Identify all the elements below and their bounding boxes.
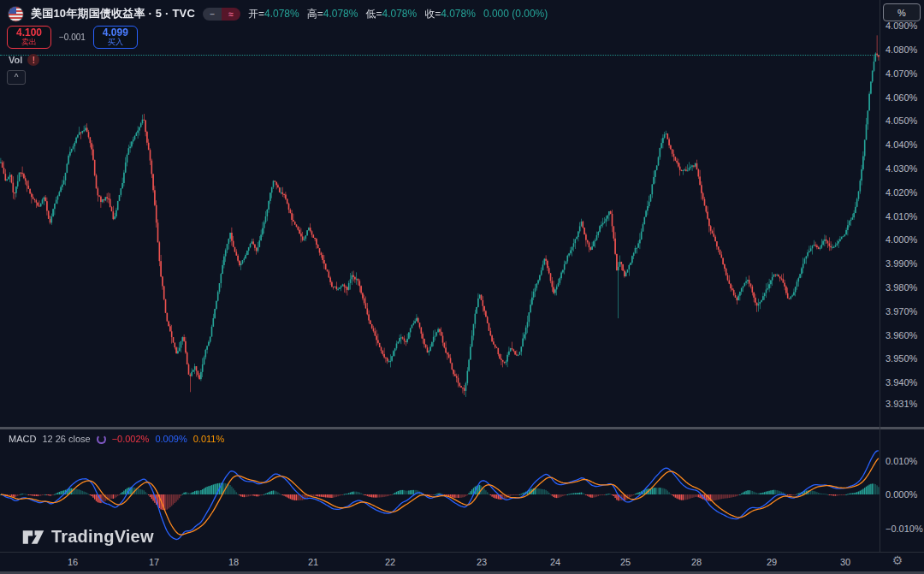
price-axis-label: 4.020% [886,187,917,198]
macd-signal-value: 0.011% [193,434,225,444]
time-axis-label: 17 [149,557,159,567]
price-axis-label: 4.050% [886,115,917,126]
tradingview-mark-icon [22,528,44,547]
high-label: 高 [307,8,317,20]
price-axis-label: 4.010% [886,211,917,222]
hide-indicator-toggle[interactable]: – [203,8,222,21]
buy-button[interactable]: 4.099 买入 [93,26,138,49]
volume-legend: Vol ! [9,54,39,66]
price-axis-label: 4.000% [886,234,917,245]
price-axis-label: 3.940% [886,377,917,388]
price-axis-label: 4.030% [886,163,917,174]
us-flag-icon [9,7,23,21]
price-axis-label: 4.040% [886,139,917,150]
collapse-legend-button[interactable]: ^ [7,70,26,85]
macd-params: 12 26 close [42,434,90,444]
sell-button[interactable]: 4.100 卖出 [7,26,51,49]
buy-label: 买入 [108,38,123,46]
macd-title: MACD [9,434,36,444]
macd-hist-value: −0.002% [112,434,150,444]
legend-toggle-pill: – ≈ [203,8,240,21]
price-axis[interactable]: 4.090%4.080%4.070%4.060%4.050%4.040%4.03… [880,0,924,552]
volume-warning-icon[interactable]: ! [27,54,39,66]
macd-line-value: 0.009% [155,434,187,444]
volume-label: Vol [9,55,22,65]
macd-legend: MACD 12 26 close −0.002% 0.009% 0.011% [9,434,224,444]
price-axis-label: 4.080% [886,44,917,55]
price-axis-label: 4.070% [886,68,917,79]
time-axis-label: 22 [385,557,395,567]
spread-value: −0.001 [59,33,86,42]
price-axis-label: 3.980% [886,282,917,293]
chart-legend: 美国10年期国债收益率 · 5 · TVC – ≈ 开=4.078% 高=4.0… [9,6,548,21]
ohlc-values: 开=4.078% 高=4.078% 低=4.078% 收=4.078% 0.00… [248,7,548,21]
time-axis-label: 28 [691,557,702,567]
price-axis-label: 3.950% [886,353,917,364]
sell-label: 卖出 [21,38,37,46]
price-axis-label: 3.970% [886,306,917,317]
price-axis-label: 3.931% [886,399,917,409]
macd-loading-icon[interactable] [97,435,106,444]
gear-icon[interactable]: ⚙ [890,553,905,568]
time-axis-label: 23 [477,557,487,567]
open-value: 4.078% [264,8,299,20]
trade-panel: 4.100 卖出 −0.001 4.099 买入 [7,26,138,49]
time-axis-label: 29 [767,557,777,567]
change-value: 0.000 (0.00%) [483,8,548,20]
time-axis-label: 25 [620,557,631,567]
high-value: 4.078% [323,8,358,20]
main-chart-canvas[interactable] [0,0,880,425]
time-axis-label: 18 [228,557,239,567]
pane-divider[interactable] [0,427,924,429]
tradingview-wordmark: TradingView [51,527,154,547]
tradingview-logo[interactable]: TradingView [22,527,154,547]
time-axis-label: 24 [550,557,560,567]
symbol-title[interactable]: 美国10年期国债收益率 · 5 · TVC [31,6,195,21]
low-label: 低 [365,8,376,20]
price-axis-label: 3.960% [886,330,917,340]
price-axis-label: 4.060% [886,92,917,103]
close-value: 4.078% [441,8,476,20]
wave-indicator-toggle[interactable]: ≈ [222,8,240,21]
macd-axis-label: −0.010% [886,524,923,534]
chart-window: 美国10年期国债收益率 · 5 · TVC – ≈ 开=4.078% 高=4.0… [0,0,924,574]
low-value: 4.078% [382,8,417,20]
macd-axis-label: 0.000% [886,489,917,500]
last-price-line [0,55,880,56]
time-axis-label: 21 [308,557,318,567]
time-axis-label: 30 [840,557,850,567]
price-axis-label: 3.990% [886,258,917,269]
time-axis-label: 16 [68,557,78,567]
price-axis-label: 4.090% [886,21,917,31]
macd-axis-label: 0.010% [886,456,917,466]
time-axis[interactable]: 1617182122232425282930 [0,552,924,571]
close-label: 收 [424,8,435,20]
open-label: 开 [248,8,258,20]
